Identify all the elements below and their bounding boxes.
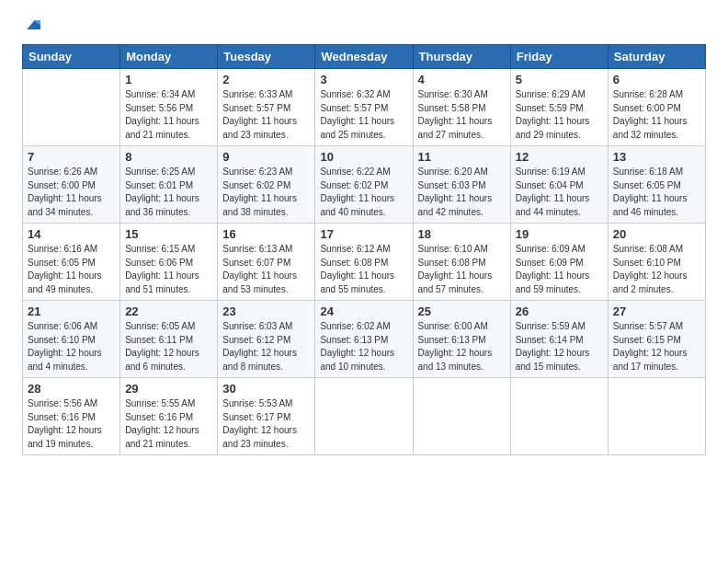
day-number: 11 xyxy=(418,150,506,164)
day-number: 25 xyxy=(418,304,506,318)
day-number: 23 xyxy=(222,304,310,318)
cell-info: Sunrise: 6:16 AMSunset: 6:05 PMDaylight:… xyxy=(28,243,115,296)
calendar-cell: 28Sunrise: 5:56 AMSunset: 6:16 PMDayligh… xyxy=(23,378,120,455)
calendar-cell: 9Sunrise: 6:23 AMSunset: 6:02 PMDaylight… xyxy=(218,146,315,224)
day-number: 4 xyxy=(418,73,506,86)
cell-info: Sunrise: 6:25 AMSunset: 6:01 PMDaylight:… xyxy=(125,166,212,219)
cell-info: Sunrise: 6:29 AMSunset: 5:59 PMDaylight:… xyxy=(516,88,603,142)
cell-info: Sunrise: 5:59 AMSunset: 6:14 PMDaylight:… xyxy=(516,320,603,373)
day-number: 9 xyxy=(222,150,310,164)
header-day-tuesday: Tuesday xyxy=(218,45,315,69)
calendar-cell: 16Sunrise: 6:13 AMSunset: 6:07 PMDayligh… xyxy=(218,224,315,301)
calendar-cell: 30Sunrise: 5:53 AMSunset: 6:17 PMDayligh… xyxy=(218,378,315,455)
cell-info: Sunrise: 6:03 AMSunset: 6:12 PMDaylight:… xyxy=(222,320,310,373)
cell-info: Sunrise: 6:33 AMSunset: 5:57 PMDaylight:… xyxy=(222,88,310,142)
calendar-cell: 21Sunrise: 6:06 AMSunset: 6:10 PMDayligh… xyxy=(23,301,120,378)
day-number: 2 xyxy=(222,73,310,86)
calendar-cell: 26Sunrise: 5:59 AMSunset: 6:14 PMDayligh… xyxy=(510,301,608,378)
cell-info: Sunrise: 6:13 AMSunset: 6:07 PMDaylight:… xyxy=(222,243,310,296)
calendar-cell: 7Sunrise: 6:26 AMSunset: 6:00 PMDaylight… xyxy=(23,146,120,224)
day-number: 28 xyxy=(28,382,115,396)
cell-info: Sunrise: 6:00 AMSunset: 6:13 PMDaylight:… xyxy=(418,320,506,373)
calendar-cell: 29Sunrise: 5:55 AMSunset: 6:16 PMDayligh… xyxy=(120,378,218,455)
calendar-cell: 15Sunrise: 6:15 AMSunset: 6:06 PMDayligh… xyxy=(120,224,218,301)
day-number: 29 xyxy=(125,382,212,396)
logo xyxy=(22,18,40,31)
day-number: 14 xyxy=(28,227,115,241)
logo-icon xyxy=(24,18,40,31)
cell-info: Sunrise: 6:23 AMSunset: 6:02 PMDaylight:… xyxy=(222,166,310,219)
cell-info: Sunrise: 6:18 AMSunset: 6:05 PMDaylight:… xyxy=(613,166,700,219)
calendar-cell: 27Sunrise: 5:57 AMSunset: 6:15 PMDayligh… xyxy=(608,301,705,378)
day-number: 15 xyxy=(125,227,212,241)
calendar-cell: 4Sunrise: 6:30 AMSunset: 5:58 PMDaylight… xyxy=(413,69,510,146)
calendar-cell: 19Sunrise: 6:09 AMSunset: 6:09 PMDayligh… xyxy=(510,224,608,301)
day-number: 17 xyxy=(320,227,407,241)
calendar-cell: 12Sunrise: 6:19 AMSunset: 6:04 PMDayligh… xyxy=(510,146,608,224)
calendar-cell: 13Sunrise: 6:18 AMSunset: 6:05 PMDayligh… xyxy=(608,146,705,224)
header-day-wednesday: Wednesday xyxy=(315,45,413,69)
header-day-friday: Friday xyxy=(510,45,608,69)
day-number: 24 xyxy=(320,304,407,318)
cell-info: Sunrise: 6:19 AMSunset: 6:04 PMDaylight:… xyxy=(516,166,603,219)
cell-info: Sunrise: 6:34 AMSunset: 5:56 PMDaylight:… xyxy=(125,88,212,142)
day-number: 1 xyxy=(125,73,212,86)
cell-info: Sunrise: 6:32 AMSunset: 5:57 PMDaylight:… xyxy=(320,88,407,142)
calendar-cell: 5Sunrise: 6:29 AMSunset: 5:59 PMDaylight… xyxy=(510,69,608,146)
day-number: 5 xyxy=(516,73,603,86)
calendar-table: SundayMondayTuesdayWednesdayThursdayFrid… xyxy=(22,44,706,455)
cell-info: Sunrise: 6:09 AMSunset: 6:09 PMDaylight:… xyxy=(516,243,603,296)
day-number: 27 xyxy=(613,304,700,318)
calendar-cell: 25Sunrise: 6:00 AMSunset: 6:13 PMDayligh… xyxy=(413,301,510,378)
day-number: 7 xyxy=(28,150,115,164)
cell-info: Sunrise: 5:55 AMSunset: 6:16 PMDaylight:… xyxy=(125,397,212,451)
calendar-cell: 10Sunrise: 6:22 AMSunset: 6:02 PMDayligh… xyxy=(315,146,413,224)
calendar-cell xyxy=(413,378,510,455)
header-day-saturday: Saturday xyxy=(608,45,705,69)
calendar-cell xyxy=(315,378,413,455)
calendar-cell: 17Sunrise: 6:12 AMSunset: 6:08 PMDayligh… xyxy=(315,224,413,301)
cell-info: Sunrise: 6:30 AMSunset: 5:58 PMDaylight:… xyxy=(418,88,506,142)
cell-info: Sunrise: 6:10 AMSunset: 6:08 PMDaylight:… xyxy=(418,243,506,296)
calendar-week-2: 7Sunrise: 6:26 AMSunset: 6:00 PMDaylight… xyxy=(23,146,706,224)
calendar-cell xyxy=(23,69,120,146)
header-day-monday: Monday xyxy=(120,45,218,69)
calendar-cell: 20Sunrise: 6:08 AMSunset: 6:10 PMDayligh… xyxy=(608,224,705,301)
day-number: 21 xyxy=(28,304,115,318)
cell-info: Sunrise: 6:28 AMSunset: 6:00 PMDaylight:… xyxy=(613,88,700,142)
day-number: 19 xyxy=(516,227,603,241)
day-number: 3 xyxy=(320,73,407,86)
day-number: 18 xyxy=(418,227,506,241)
cell-info: Sunrise: 6:15 AMSunset: 6:06 PMDaylight:… xyxy=(125,243,212,296)
day-number: 12 xyxy=(516,150,603,164)
header-day-thursday: Thursday xyxy=(413,45,510,69)
day-number: 6 xyxy=(613,73,700,86)
calendar-cell xyxy=(608,378,705,455)
calendar-cell: 11Sunrise: 6:20 AMSunset: 6:03 PMDayligh… xyxy=(413,146,510,224)
cell-info: Sunrise: 6:05 AMSunset: 6:11 PMDaylight:… xyxy=(125,320,212,373)
calendar-cell xyxy=(510,378,608,455)
cell-info: Sunrise: 6:20 AMSunset: 6:03 PMDaylight:… xyxy=(418,166,506,219)
page-header xyxy=(22,18,706,31)
cell-info: Sunrise: 6:22 AMSunset: 6:02 PMDaylight:… xyxy=(320,166,407,219)
calendar-week-3: 14Sunrise: 6:16 AMSunset: 6:05 PMDayligh… xyxy=(23,224,706,301)
cell-info: Sunrise: 6:06 AMSunset: 6:10 PMDaylight:… xyxy=(28,320,115,373)
day-number: 8 xyxy=(125,150,212,164)
day-number: 13 xyxy=(613,150,700,164)
cell-info: Sunrise: 5:57 AMSunset: 6:15 PMDaylight:… xyxy=(613,320,700,373)
calendar-cell: 3Sunrise: 6:32 AMSunset: 5:57 PMDaylight… xyxy=(315,69,413,146)
calendar-cell: 22Sunrise: 6:05 AMSunset: 6:11 PMDayligh… xyxy=(120,301,218,378)
cell-info: Sunrise: 5:56 AMSunset: 6:16 PMDaylight:… xyxy=(28,397,115,451)
day-number: 30 xyxy=(222,382,310,396)
calendar-cell: 8Sunrise: 6:25 AMSunset: 6:01 PMDaylight… xyxy=(120,146,218,224)
calendar-cell: 18Sunrise: 6:10 AMSunset: 6:08 PMDayligh… xyxy=(413,224,510,301)
header-day-sunday: Sunday xyxy=(23,45,120,69)
calendar-cell: 2Sunrise: 6:33 AMSunset: 5:57 PMDaylight… xyxy=(218,69,315,146)
calendar-cell: 1Sunrise: 6:34 AMSunset: 5:56 PMDaylight… xyxy=(120,69,218,146)
cell-info: Sunrise: 6:08 AMSunset: 6:10 PMDaylight:… xyxy=(613,243,700,296)
cell-info: Sunrise: 6:12 AMSunset: 6:08 PMDaylight:… xyxy=(320,243,407,296)
calendar-cell: 14Sunrise: 6:16 AMSunset: 6:05 PMDayligh… xyxy=(23,224,120,301)
cell-info: Sunrise: 5:53 AMSunset: 6:17 PMDaylight:… xyxy=(222,397,310,451)
calendar-cell: 6Sunrise: 6:28 AMSunset: 6:00 PMDaylight… xyxy=(608,69,705,146)
calendar-week-5: 28Sunrise: 5:56 AMSunset: 6:16 PMDayligh… xyxy=(23,378,706,455)
